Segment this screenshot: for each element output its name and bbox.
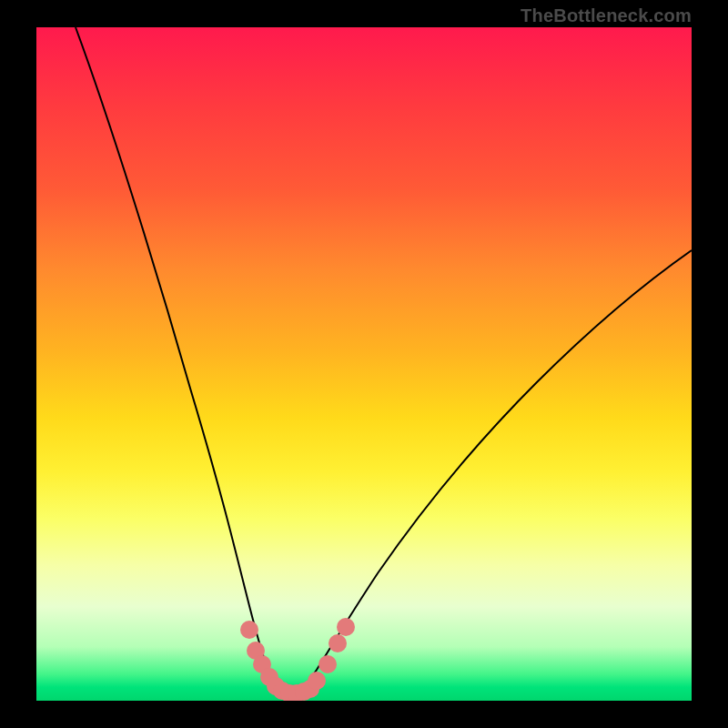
marker-group bbox=[240, 618, 355, 701]
left-curve bbox=[76, 27, 288, 697]
watermark-text: TheBottleneck.com bbox=[521, 5, 692, 26]
marker-dot bbox=[337, 618, 355, 636]
plot-area bbox=[36, 27, 692, 701]
chart-frame: TheBottleneck.com bbox=[0, 0, 728, 728]
curve-layer bbox=[36, 27, 692, 701]
marker-dot bbox=[318, 655, 337, 673]
marker-dot bbox=[329, 634, 347, 652]
marker-dot bbox=[240, 621, 258, 639]
marker-dot bbox=[308, 672, 326, 690]
